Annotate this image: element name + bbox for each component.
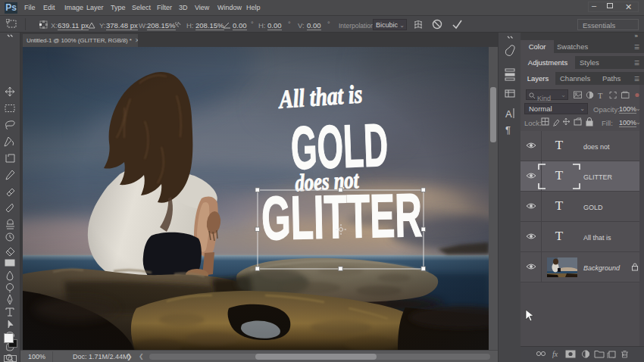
svg-text:fx: fx	[552, 350, 558, 358]
svg-text:A: A	[505, 108, 512, 120]
svg-text:¶: ¶	[505, 124, 511, 136]
svg-text:T: T	[598, 92, 603, 100]
svg-text:All that is: All that is	[277, 80, 363, 114]
